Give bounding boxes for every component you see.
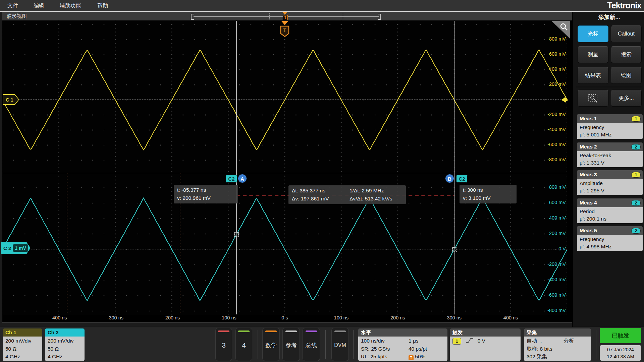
separator — [258, 330, 258, 359]
meas-5-item[interactable]: Meas 52 Frequencyμ': 4.998 MHz — [577, 226, 643, 251]
add-callout-button[interactable]: Callout — [611, 25, 642, 42]
time-axis-label--100: -100 ns — [213, 315, 244, 320]
separator — [353, 330, 354, 359]
add-cursor-button[interactable]: 光标 — [578, 25, 608, 42]
c2-axis-label--800: -800 mV — [536, 308, 566, 313]
meas-3-title: Meas 3 — [580, 170, 597, 179]
ch1-settings-badge[interactable]: Ch 1 200 mV/div 50 Ω 4 GHz — [3, 328, 42, 361]
ch2-settings-badge[interactable]: Ch 2 200 mV/div 50 Ω 4 GHz — [45, 328, 85, 361]
overview-bracket-left[interactable] — [191, 14, 194, 20]
acquisition-badge[interactable]: 采集 自动 ，分析 取样: 8 bits 302 采集 — [524, 328, 591, 361]
add-measure-button[interactable]: 测量 — [578, 46, 608, 63]
c2-axis-label--400: -400 mV — [536, 277, 566, 282]
dvm-button[interactable]: DVM — [331, 328, 349, 361]
horizontal-title: 水平 — [361, 329, 371, 335]
time-axis-label-0: 0 s — [270, 315, 300, 320]
cursor-a-readout[interactable]: t: -85.377 ns v: 200.961 mV — [174, 185, 238, 203]
waveform-canvas[interactable] — [3, 21, 567, 315]
meas-2-source-badge: 2 — [631, 144, 641, 150]
menu-edit[interactable]: 编辑 — [34, 2, 44, 9]
c1-axis-label--800: -800 mV — [536, 157, 566, 162]
meas-4-title: Meas 4 — [580, 198, 597, 207]
datetime-display: 07 Jan 2024 12:40:38 AM — [600, 345, 641, 361]
meas-4-item[interactable]: Meas 42 Periodμ': 200.1 ns — [577, 198, 643, 223]
ref-button[interactable]: 参考 — [282, 328, 300, 361]
waveform-c1[interactable] — [3, 50, 567, 150]
c1-axis-label--200: -200 mV — [536, 112, 566, 117]
ch4-button[interactable]: 4 — [235, 328, 252, 361]
ch3-button[interactable]: 3 — [215, 328, 232, 361]
delta-v: Δv: 197.861 mV — [292, 195, 350, 203]
cursor-b-source-badge[interactable]: C2 — [456, 175, 468, 183]
ch2-reference-badge[interactable]: C 2 1 mV — [1, 242, 31, 254]
horizontal-badge[interactable]: 水平 100 ns/div SR: 25 GS/s RL: 25 kpts 1 … — [358, 328, 447, 361]
menu-utility[interactable]: 辅助功能 — [60, 2, 81, 9]
trigger-position-arrow-small[interactable] — [282, 12, 287, 15]
cursor-b-marker[interactable] — [452, 247, 457, 252]
trigger-marker[interactable]: T — [280, 25, 289, 38]
cursor-a-marker[interactable] — [234, 232, 239, 237]
time-axis-label-400: 400 ns — [496, 315, 526, 320]
overview-cursor-a-mark — [269, 13, 270, 19]
triggered-status-button[interactable]: 已触发 — [600, 328, 641, 343]
magnifier-icon[interactable] — [559, 22, 569, 32]
trigger-badge[interactable]: 触发 1 0 V — [450, 328, 521, 361]
menu-bar: 文件 编辑 辅助功能 帮助 Tektronix — [0, 0, 644, 11]
menu-file[interactable]: 文件 — [7, 2, 18, 9]
ch1-zero-arrow[interactable] — [561, 97, 566, 103]
ch1-impedance: 50 Ω — [5, 345, 42, 353]
ch2-impedance: 50 Ω — [48, 345, 85, 353]
cursor-b-time: t: 300 ns — [463, 186, 513, 194]
cursor-a-source-badge[interactable]: C2 — [226, 175, 237, 183]
bus-button[interactable]: 总线 — [303, 328, 320, 361]
add-results-table-button[interactable]: 结果表 — [578, 67, 608, 84]
meas-1-source-badge: 1 — [631, 116, 641, 122]
math-button-label: 数学 — [263, 341, 279, 349]
ch3-button-label: 3 — [216, 341, 232, 349]
zoom-select-button[interactable] — [578, 90, 608, 107]
waveform-c2[interactable] — [3, 198, 567, 301]
time-axis-label-300: 300 ns — [439, 315, 469, 320]
add-new-title: 添加新... — [576, 13, 642, 21]
meas-1-type: Frequency — [580, 124, 640, 131]
c2-axis-label--200: -200 mV — [536, 261, 566, 267]
cursor-delta-readout[interactable]: Δt: 385.377 ns1/Δt: 2.59 MHz Δv: 197.861… — [288, 185, 406, 204]
waveform-view-title: 波形视图 — [7, 13, 27, 19]
add-search-button[interactable]: 搜索 — [611, 46, 642, 63]
horizontal-scale: 100 ns/div — [361, 337, 447, 345]
c2-axis-label-800: 800 mV — [536, 184, 566, 190]
menu-help[interactable]: 帮助 — [97, 2, 108, 9]
time-axis-label--300: -300 ns — [100, 315, 130, 320]
cursor-b-badge[interactable]: B — [445, 174, 454, 183]
trigger-level: 0 V — [478, 338, 485, 344]
ch1-scale: 200 mV/div — [5, 337, 42, 345]
math-button[interactable]: 数学 — [262, 328, 280, 361]
ch1-reference-badge[interactable]: C 1 — [3, 94, 19, 105]
ch2-label: Ch 2 — [48, 329, 59, 335]
acquisition-title: 采集 — [527, 329, 537, 335]
trigger-level-arrow[interactable] — [281, 21, 288, 25]
trigger-position: T 50% — [409, 353, 425, 361]
cursor-a-badge[interactable]: A — [238, 174, 247, 183]
meas-2-item[interactable]: Meas 22 Peak-to-Peakμ': 1.331 V — [577, 142, 643, 167]
ref-button-label: 参考 — [283, 341, 300, 349]
delta-t: Δt: 385.377 ns — [292, 187, 350, 195]
add-plot-button[interactable]: 绘图 — [611, 67, 642, 84]
time-axis-label--200: -200 ns — [157, 315, 187, 320]
meas-3-type: Amplitude — [580, 180, 640, 187]
meas-1-item[interactable]: Meas 11 Frequencyμ': 5.001 MHz — [577, 114, 643, 139]
acq-sampling: 取样: 8 bits — [527, 345, 591, 353]
ch1-label: Ch 1 — [5, 329, 16, 335]
zoom-select-icon — [587, 93, 599, 103]
overview-bracket-right[interactable] — [378, 14, 381, 20]
ch2-badge-value: 1 mV — [13, 244, 28, 252]
c2-axis-label-0: 0 V — [536, 246, 566, 251]
more-button[interactable]: 更多... — [611, 90, 642, 107]
meas-1-value: μ': 5.001 MHz — [580, 131, 640, 138]
svg-text:C 1: C 1 — [6, 97, 13, 103]
meas-3-item[interactable]: Meas 31 Amplitudeμ': 1.295 V — [577, 170, 643, 195]
cursor-b-readout[interactable]: t: 300 ns v: 3.100 mV — [460, 185, 517, 203]
trigger-marker-small[interactable]: T — [283, 15, 288, 20]
meas-1-title: Meas 1 — [580, 114, 597, 123]
cursor-b-voltage: v: 3.100 mV — [463, 194, 513, 202]
